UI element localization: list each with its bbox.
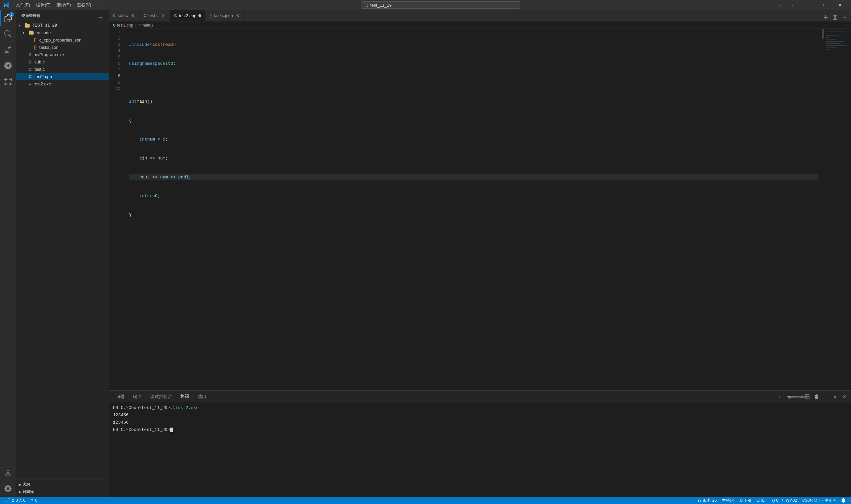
breadcrumb-symbol[interactable]: main() bbox=[142, 23, 153, 28]
terminal-tab-terminal[interactable]: 终端 bbox=[177, 392, 193, 401]
folder-open-icon bbox=[24, 23, 30, 28]
code-content[interactable]: #include <iostream> using namespace std;… bbox=[126, 29, 821, 390]
tree-item-test2-cpp[interactable]: C test2.cpp bbox=[16, 73, 109, 80]
activity-search[interactable] bbox=[0, 26, 16, 42]
window-minimize-button[interactable]: ─ bbox=[802, 0, 817, 10]
search-box[interactable]: test_11_29 bbox=[361, 1, 520, 8]
svg-rect-5 bbox=[826, 37, 829, 38]
nav-back-button[interactable]: ← bbox=[777, 1, 785, 9]
menu-view[interactable]: 查看(V) bbox=[74, 1, 94, 8]
status-position[interactable]: 行 8, 列 25 bbox=[695, 497, 720, 504]
menu-file[interactable]: 文件(F) bbox=[13, 1, 33, 8]
timeline-section-header[interactable]: ▶ 时间线 bbox=[16, 488, 109, 496]
window-maximize-button[interactable]: □ bbox=[817, 0, 832, 10]
terminal-layout-button[interactable] bbox=[803, 393, 811, 401]
breadcrumb: C test2.cpp › ⊙ main() bbox=[109, 22, 851, 29]
status-language[interactable]: {} C++, Win32 bbox=[769, 497, 800, 504]
tab-modified-dot bbox=[198, 14, 201, 17]
svg-rect-7 bbox=[826, 41, 844, 41]
tree-item-test2-exe[interactable]: ≡ test2.exe bbox=[16, 80, 109, 87]
terminal-more-button[interactable]: ··· bbox=[822, 393, 830, 401]
activity-extensions[interactable] bbox=[0, 74, 16, 90]
tree-item-vscode[interactable]: ▾ .vscode bbox=[16, 29, 109, 36]
ln-8: 8 bbox=[112, 73, 123, 79]
activity-account[interactable] bbox=[0, 465, 16, 481]
status-warnings[interactable]: ⟳ 0 bbox=[28, 497, 40, 504]
tab-test-c[interactable]: C test.c ✕ bbox=[140, 10, 170, 21]
terminal-add-button[interactable]: + bbox=[775, 393, 783, 401]
exe2-icon: ≡ bbox=[29, 82, 31, 86]
terminal-panel: 问题 输出 调试控制台 终端 端口 + powershell bbox=[109, 390, 851, 497]
tab-tasks-json[interactable]: {} tasks.json ✕ bbox=[206, 10, 245, 21]
terminal-cursor bbox=[170, 428, 173, 432]
code-editor[interactable]: 1 2 3 4 5 6 7 8 9 10 #include <iostream>… bbox=[109, 29, 851, 390]
tab-split-button[interactable] bbox=[822, 13, 830, 21]
tree-item-sub-c[interactable]: C sub.c bbox=[16, 58, 109, 66]
breadcrumb-file[interactable]: test2.cpp bbox=[117, 23, 133, 28]
activity-explorer[interactable]: 1 bbox=[0, 10, 16, 26]
terminal-trash-button[interactable] bbox=[812, 393, 820, 401]
tree-root-folder[interactable]: ▾ TEST_11_29 bbox=[16, 22, 109, 29]
outline-chevron-icon: ▶ bbox=[19, 483, 21, 486]
window-close-button[interactable]: ✕ bbox=[832, 0, 848, 10]
status-bar: ⊗ 0 △ 0 ⟳ 0 行 8, 列 25 空格: 4 UTF-8 CRLF {… bbox=[0, 497, 851, 504]
svg-rect-2 bbox=[826, 30, 843, 30]
tree-test-c-label: test.c bbox=[34, 67, 45, 72]
tasks-json-icon: {} bbox=[34, 45, 37, 50]
menu-edit[interactable]: 编辑(E) bbox=[34, 1, 53, 8]
code-line-9: return 0; bbox=[129, 193, 818, 199]
terminal-tab-problems[interactable]: 问题 bbox=[112, 392, 128, 401]
tree-item-tasks[interactable]: {} tasks.json bbox=[16, 43, 109, 51]
tab-sub-c-icon: C bbox=[113, 14, 116, 18]
svg-rect-13 bbox=[805, 397, 809, 398]
menu-select[interactable]: 选择(S) bbox=[54, 1, 73, 8]
status-eol[interactable]: CRLF bbox=[754, 497, 769, 504]
tree-item-cpp-properties[interactable]: {} c_cpp_properties.json bbox=[16, 36, 109, 43]
terminal-up-button[interactable]: ∧ bbox=[831, 393, 839, 401]
status-csdn[interactable]: CSDN @千一更变动 bbox=[800, 497, 838, 504]
term-prompt-1: PS C:\Code\test_11_29> bbox=[113, 404, 170, 412]
status-spaces[interactable]: 空格: 4 bbox=[720, 497, 737, 504]
activity-badge: 1 bbox=[9, 12, 14, 17]
code-line-5: { bbox=[129, 117, 818, 124]
tab-sub-c-close[interactable]: ✕ bbox=[130, 13, 135, 18]
tab-test-c-close[interactable]: ✕ bbox=[161, 13, 166, 18]
outline-label: 大纲 bbox=[23, 482, 30, 487]
tab-test2-cpp-icon: C bbox=[174, 14, 177, 18]
activity-bar-bottom bbox=[0, 465, 16, 497]
activity-source-control[interactable] bbox=[0, 42, 16, 58]
tree-item-myprogram[interactable]: ≡ myProgram.exe bbox=[16, 51, 109, 58]
sidebar-more-button[interactable]: ... bbox=[97, 13, 104, 19]
tab-sub-c[interactable]: C sub.c ✕ bbox=[109, 10, 140, 21]
terminal-tab-debug[interactable]: 调试控制台 bbox=[146, 392, 176, 401]
svg-rect-6 bbox=[826, 39, 836, 39]
cpp-file-icon: C bbox=[29, 74, 32, 79]
json-icon: {} bbox=[34, 38, 37, 42]
terminal-line-2: 123456 bbox=[113, 412, 847, 419]
status-encoding[interactable]: UTF-8 bbox=[737, 497, 754, 504]
tree-sub-c-label: sub.c bbox=[34, 59, 45, 65]
tab-test2-cpp[interactable]: C test2.cpp bbox=[170, 10, 206, 21]
status-git-branch[interactable]: ⊗ 0 △ 0 bbox=[3, 497, 28, 504]
tab-tasks-close[interactable]: ✕ bbox=[235, 13, 240, 18]
status-notifications[interactable] bbox=[838, 497, 848, 504]
terminal-tab-ports[interactable]: 端口 bbox=[194, 392, 210, 401]
editor-scrollbar[interactable] bbox=[821, 29, 825, 390]
tree-item-test-c[interactable]: C test.c bbox=[16, 66, 109, 73]
terminal-content[interactable]: PS C:\Code\test_11_29> .\test2.exe 12345… bbox=[109, 402, 851, 497]
tab-layout-button[interactable] bbox=[831, 13, 839, 21]
tab-tasks-label: tasks.json bbox=[214, 13, 233, 18]
terminal-tab-output[interactable]: 输出 bbox=[129, 392, 146, 401]
menu-more[interactable]: ... bbox=[95, 1, 104, 8]
sidebar-header: 资源管理器 ... bbox=[16, 10, 109, 22]
line-numbers: 1 2 3 4 5 6 7 8 9 10 bbox=[109, 29, 126, 390]
minimap bbox=[825, 29, 851, 390]
outline-section-header[interactable]: ▶ 大纲 bbox=[16, 481, 109, 488]
tab-more-button[interactable]: ··· bbox=[840, 13, 848, 21]
status-encoding-text: UTF-8 bbox=[740, 498, 751, 503]
terminal-close-button[interactable]: ✕ bbox=[840, 393, 848, 401]
activity-settings[interactable] bbox=[0, 481, 16, 497]
activity-bar: 1 bbox=[0, 10, 16, 497]
activity-run[interactable] bbox=[0, 58, 16, 74]
nav-forward-button[interactable]: → bbox=[788, 1, 796, 9]
